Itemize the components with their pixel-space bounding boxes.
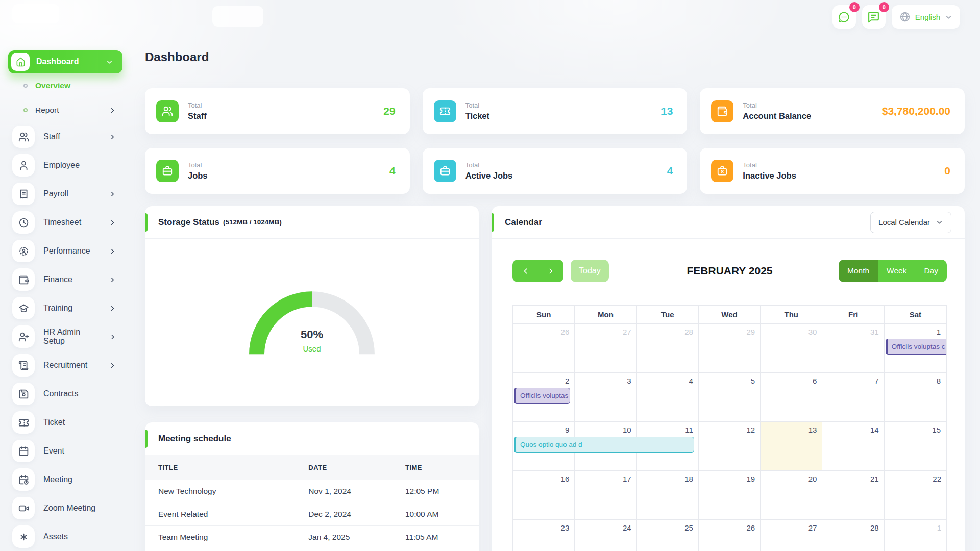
sidebar-item-zoom-meeting[interactable]: Zoom Meeting [8, 494, 122, 522]
sidebar-item-training[interactable]: Training [8, 294, 122, 322]
calendar-day-cell[interactable]: 23 [513, 520, 575, 551]
stat-card-jobs: TotalJobs4 [145, 148, 410, 194]
header-messages-button[interactable]: 0 [862, 5, 886, 29]
calendar-day-cell[interactable]: 29 [699, 324, 761, 372]
calendar-day-cell[interactable]: 30 [761, 324, 822, 372]
calendar-event[interactable]: Officiis voluptas c [886, 339, 946, 355]
sidebar-item-overview[interactable]: Overview [8, 73, 122, 98]
sidebar-item-ticket[interactable]: Ticket [8, 408, 122, 437]
view-month-button[interactable]: Month [839, 260, 878, 282]
stat-iconbox [711, 160, 733, 182]
asterisk-icon [18, 532, 29, 542]
calendar-day-cell[interactable]: 26 [513, 324, 575, 372]
calendar-day-cell[interactable]: 19 [699, 471, 761, 519]
calendar-day-cell[interactable]: 5 [699, 373, 761, 421]
meeting-date: Dec 2, 2024 [295, 503, 392, 526]
gauge-box: 50% Used [243, 285, 381, 359]
calendar-event[interactable]: Quos optio quo ad d [514, 437, 694, 453]
sidebar-item-staff[interactable]: Staff [8, 122, 122, 151]
sidebar-item-report[interactable]: Report [8, 98, 122, 122]
calendar-day-cell[interactable]: 8 [885, 373, 946, 421]
calendar-day-cell[interactable]: 4 [637, 373, 699, 421]
stat-text: TotalActive Jobs [465, 161, 513, 181]
calendar-day-cell[interactable]: 18 [637, 471, 699, 519]
calendar-day-cell[interactable]: 6 [761, 373, 822, 421]
sidebar-item-timesheet[interactable]: Timesheet [8, 208, 122, 237]
calendar-event-title: Officiis voluptas c [892, 343, 945, 350]
chevron-right-icon [109, 190, 116, 198]
calendar-day-cell[interactable]: 3 [575, 373, 636, 421]
sidebar-item-contracts[interactable]: Contracts [8, 380, 122, 408]
stat-text: TotalTicket [465, 102, 489, 121]
calendar-day-cell[interactable]: 14 [822, 422, 884, 470]
day-number: 17 [623, 474, 631, 483]
calendar-next-button[interactable] [538, 260, 564, 282]
calendar-day-cell[interactable]: 7 [822, 373, 884, 421]
calendar-day-cell[interactable]: 24 [575, 520, 636, 551]
calendar-day-cell[interactable]: 15 [885, 422, 946, 470]
sidebar-item-finance[interactable]: Finance [8, 265, 122, 294]
calendar-day-cell[interactable]: 26 [699, 520, 761, 551]
sidebar-item-event[interactable]: Event [8, 437, 122, 465]
calendar-card: Calendar Local Calendar Today [492, 206, 965, 551]
calendar-today-button[interactable]: Today [571, 260, 609, 282]
stat-label: Ticket [465, 111, 489, 121]
calendar-day-cell[interactable]: 13 [761, 422, 822, 470]
day-number: 16 [561, 474, 570, 483]
calendar-day-cell[interactable]: 16 [513, 471, 575, 519]
stat-label: Staff [188, 111, 207, 121]
briefcase-icon [439, 165, 451, 177]
calendar-day-cell[interactable]: 12 [699, 422, 761, 470]
meeting-time: 12:05 PM [392, 480, 479, 503]
view-day-button[interactable]: Day [915, 260, 947, 282]
calendar-day-cell[interactable]: 1 [885, 520, 946, 551]
sidebar-item-meeting[interactable]: Meeting [8, 465, 122, 494]
view-week-button[interactable]: Week [878, 260, 915, 282]
calendar-title: Calendar [505, 217, 542, 228]
sidebar-item-label: Payroll [43, 189, 68, 198]
sidebar-item-label: Event [43, 446, 64, 456]
storage-gauge: 50% Used [145, 239, 479, 406]
sidebar-item-performance[interactable]: Performance [8, 237, 122, 265]
calendar-day-cell[interactable]: 20 [761, 471, 822, 519]
storage-title: Storage Status [158, 217, 219, 228]
meeting-title: Event Related [145, 503, 295, 526]
calendar-day-cell[interactable]: 27 [575, 324, 636, 372]
language-selector[interactable]: English [892, 5, 960, 29]
sidebar-item-recruitment[interactable]: Recruitment [8, 351, 122, 380]
calendar-day-cell[interactable]: 28 [637, 324, 699, 372]
calendar-day-cell[interactable]: 21 [822, 471, 884, 519]
stat-iconbox [156, 160, 179, 182]
day-number: 28 [684, 328, 693, 336]
header-chat-button[interactable]: 0 [832, 5, 856, 29]
stat-prefix: Total [743, 161, 796, 169]
day-number: 30 [808, 328, 817, 336]
calendar-day-cell[interactable]: 28 [822, 520, 884, 551]
briefcase-x-icon [717, 165, 728, 177]
calendar-prev-button[interactable] [512, 260, 538, 282]
calendar-weeks: 2627282930311Officiis voluptas c2345678O… [513, 323, 946, 551]
chevron-right-icon [109, 247, 116, 255]
calendar-day-cell[interactable]: 31 [822, 324, 884, 372]
stat-value: 0 [944, 165, 950, 177]
sidebar-item-employee[interactable]: Employee [8, 151, 122, 180]
sidebar-item-assets[interactable]: Assets [8, 522, 122, 551]
bullet-icon [23, 108, 28, 112]
calendar-day-cell[interactable]: 17 [575, 471, 636, 519]
sidebar-item-label: Performance [43, 246, 90, 256]
sidebar-item-payroll[interactable]: Payroll [8, 180, 122, 208]
sidebar-item-hr-admin-setup[interactable]: HR Admin Setup [8, 322, 122, 351]
day-number: 27 [623, 328, 631, 336]
storage-card-header: Storage Status (512MB / 1024MB) [145, 206, 479, 239]
chevron-right-icon [547, 267, 555, 276]
calendar-type-select[interactable]: Local Calendar [870, 212, 951, 233]
calendar-day-cell[interactable]: 25 [637, 520, 699, 551]
weekday-label: Tue [637, 306, 699, 323]
meeting-title: New Technology [145, 480, 295, 503]
calendar-event[interactable]: Officiis voluptas c [514, 388, 570, 404]
calendar-day-cell[interactable]: 22 [885, 471, 946, 519]
calendar-day-cell[interactable]: 27 [761, 520, 822, 551]
calendar-grid: SunMonTueWedThuFriSat 2627282930311Offic… [512, 305, 947, 551]
sidebar-item-dashboard[interactable]: Dashboard [8, 50, 122, 73]
day-number: 27 [808, 523, 817, 532]
